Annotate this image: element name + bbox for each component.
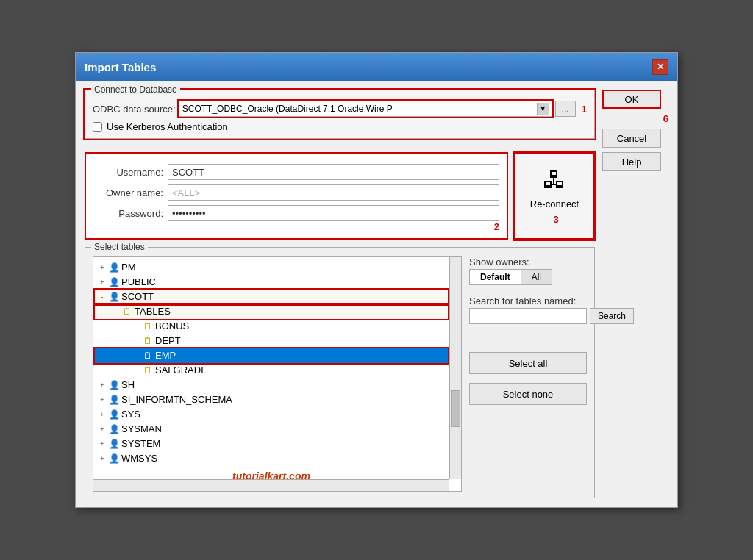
show-owners-label: Show owners: <box>469 256 587 268</box>
default-button[interactable]: Default <box>470 270 521 284</box>
odbc-browse-button[interactable]: ... <box>555 101 576 117</box>
icon-sys: 👤 <box>108 409 120 420</box>
show-owners-section: Show owners: Default All <box>469 256 587 285</box>
connect-group-title: Connect to Database <box>91 85 180 95</box>
label-dept: DEPT <box>155 334 181 348</box>
search-row: Search <box>469 308 587 324</box>
label-bonus: BONUS <box>155 320 189 333</box>
icon-scott: 👤 <box>108 291 120 303</box>
tree-item-sh[interactable]: + 👤 SH <box>95 378 448 392</box>
tree-item-system[interactable]: + 👤 SYSTEM <box>95 437 448 451</box>
expand-emp <box>130 350 142 362</box>
label-sh: SH <box>121 378 135 392</box>
expand-si[interactable]: + <box>96 394 108 406</box>
dialog-body: Connect to Database ODBC data source: SC… <box>76 81 677 507</box>
scrollbar-horizontal[interactable] <box>93 479 449 491</box>
icon-dept: 🗒 <box>142 335 154 347</box>
expand-tables[interactable]: - <box>110 306 121 317</box>
expand-system[interactable]: + <box>96 438 108 450</box>
dialog-title: Import Tables <box>85 61 156 73</box>
select-tables-title: Select tables <box>91 242 148 252</box>
odbc-select[interactable]: SCOTT_ODBC_Oracle (DataDirect 7.1 Oracle… <box>179 101 552 117</box>
import-tables-dialog: Import Tables ✕ Connect to Database ODBC… <box>75 52 678 508</box>
odbc-row: ODBC data source: SCOTT_ODBC_Oracle (Dat… <box>93 101 587 117</box>
kerberos-checkbox[interactable] <box>93 122 102 132</box>
annotation-1: 1 <box>582 104 587 115</box>
expand-sysman[interactable]: + <box>96 423 108 435</box>
tree-item-tables[interactable]: - 🗒 TABLES <box>95 304 448 319</box>
label-pm: PM <box>121 261 136 274</box>
owner-input[interactable] <box>168 184 499 201</box>
label-public: PUBLIC <box>121 276 156 289</box>
tree-item-wmsys[interactable]: + 👤 WMSYS <box>95 451 448 466</box>
tree-item-sys[interactable]: + 👤 SYS <box>95 407 448 422</box>
expand-sh[interactable]: + <box>96 379 108 391</box>
cancel-button[interactable]: Cancel <box>602 129 661 148</box>
expand-sys[interactable]: + <box>96 409 108 420</box>
password-row: Password: <box>93 205 499 221</box>
tree-item-pm[interactable]: + 👤 PM <box>95 260 448 275</box>
ok-button[interactable]: OK <box>602 90 661 109</box>
select-all-button[interactable]: Select all <box>469 352 587 374</box>
label-salgrade: SALGRADE <box>155 364 207 377</box>
odbc-value: SCOTT_ODBC_Oracle (DataDirect 7.1 Oracle… <box>182 104 393 114</box>
icon-si: 👤 <box>108 394 120 406</box>
icon-sh: 👤 <box>108 379 120 391</box>
left-panel: Connect to Database ODBC data source: SC… <box>85 90 595 498</box>
icon-tables: 🗒 <box>121 306 133 317</box>
password-input[interactable] <box>168 205 499 221</box>
odbc-dropdown-arrow[interactable]: ▼ <box>537 103 549 115</box>
expand-scott[interactable]: - <box>96 291 108 303</box>
icon-sysman: 👤 <box>108 423 120 435</box>
label-sys: SYS <box>121 408 140 421</box>
label-si: SI_INFORMTN_SCHEMA <box>121 393 232 406</box>
search-button[interactable]: Search <box>590 308 634 324</box>
annotation-6: 6 <box>605 113 668 124</box>
label-sysman: SYSMAN <box>121 423 162 436</box>
scrollbar-thumb[interactable] <box>451 390 460 427</box>
annotation-2: 2 <box>96 221 499 232</box>
tree-item-dept[interactable]: 🗒 DEPT <box>95 334 448 348</box>
expand-wmsys[interactable]: + <box>96 453 108 464</box>
tree-item-salgrade[interactable]: 🗒 SALGRADE <box>95 363 448 378</box>
owner-label: Owner name: <box>93 187 163 198</box>
close-button[interactable]: ✕ <box>652 59 668 75</box>
icon-wmsys: 👤 <box>108 453 120 464</box>
search-input[interactable] <box>469 308 587 324</box>
reconnect-label: Re-connect <box>530 198 579 209</box>
expand-public[interactable]: + <box>96 276 108 288</box>
icon-public: 👤 <box>108 276 120 288</box>
tree-item-emp[interactable]: 🗒 EMP <box>95 348 448 363</box>
icon-salgrade: 🗒 <box>142 365 154 376</box>
toggle-buttons: Default All <box>469 269 552 285</box>
tree-item-public[interactable]: + 👤 PUBLIC <box>95 275 448 290</box>
right-controls: Show owners: Default All Search for tabl… <box>469 256 587 492</box>
kerberos-label: Use Kerberos Authentication <box>107 121 228 132</box>
kerberos-row: Use Kerberos Authentication <box>93 121 587 132</box>
icon-emp: 🗒 <box>142 350 154 362</box>
icon-pm: 👤 <box>108 262 120 273</box>
tree-item-sysman[interactable]: + 👤 SYSMAN <box>95 422 448 437</box>
icon-system: 👤 <box>108 438 120 450</box>
reconnect-icon: 🖧 <box>543 167 566 194</box>
select-none-button[interactable]: Select none <box>469 383 587 405</box>
tree-item-bonus[interactable]: 🗒 BONUS <box>95 319 448 334</box>
label-tables: TABLES <box>135 305 171 318</box>
expand-pm[interactable]: + <box>96 262 108 273</box>
help-button[interactable]: Help <box>602 152 661 171</box>
expand-bonus <box>130 320 142 332</box>
odbc-label: ODBC data source: <box>93 104 176 115</box>
tree-panel: + 👤 PM + 👤 PUBLIC <box>93 256 462 492</box>
all-button[interactable]: All <box>521 270 552 284</box>
scrollbar-vertical[interactable] <box>449 257 461 479</box>
username-label: Username: <box>93 167 163 178</box>
label-system: SYSTEM <box>121 437 160 450</box>
tree-content: + 👤 PM + 👤 PUBLIC <box>93 257 449 479</box>
reconnect-button[interactable]: 🖧 Re-connect 3 <box>514 152 595 240</box>
select-tables-inner: + 👤 PM + 👤 PUBLIC <box>93 256 587 492</box>
username-input[interactable] <box>168 164 499 180</box>
owner-row: Owner name: <box>93 184 499 201</box>
label-wmsys: WMSYS <box>121 452 157 465</box>
tree-item-scott[interactable]: - 👤 SCOTT <box>95 290 448 304</box>
tree-item-si[interactable]: + 👤 SI_INFORMTN_SCHEMA <box>95 392 448 407</box>
